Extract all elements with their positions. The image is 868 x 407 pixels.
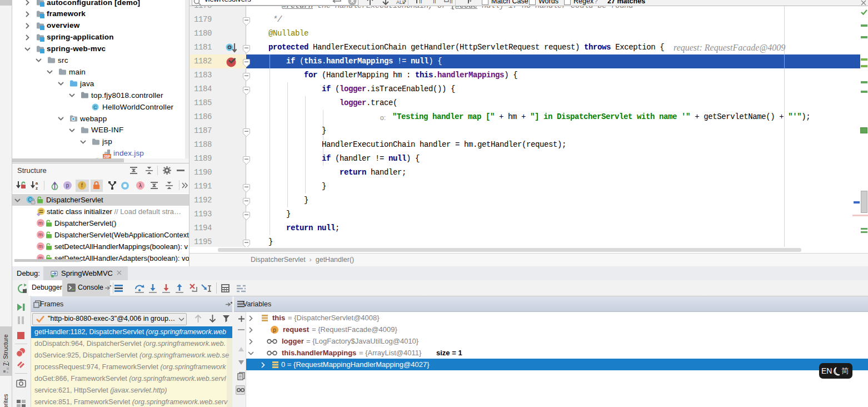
svg-text:p: p: [66, 182, 69, 188]
svg-text:λ: λ: [139, 182, 142, 188]
svg-text:a: a: [36, 181, 38, 186]
svg-text:f: f: [81, 182, 83, 188]
svg-text:II: II: [450, 0, 453, 4]
svg-text:m: m: [38, 231, 43, 237]
svg-text:z: z: [36, 186, 38, 191]
svg-text:JSP: JSP: [103, 154, 111, 158]
svg-text:m: m: [38, 243, 43, 249]
svg-text:II: II: [419, 0, 422, 4]
svg-text:m: m: [38, 220, 43, 226]
svg-text:C: C: [93, 105, 97, 110]
svg-text:II: II: [433, 0, 436, 4]
